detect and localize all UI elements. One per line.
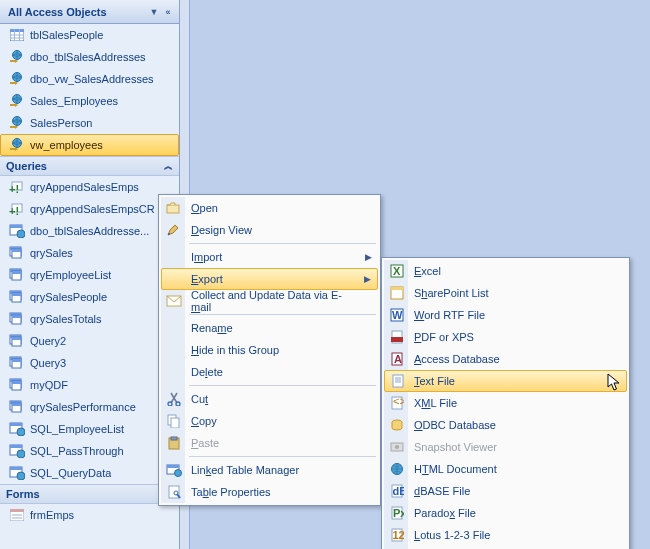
linked-view bbox=[8, 71, 26, 87]
linked-view bbox=[8, 49, 26, 65]
tables-list: tblSalesPeopledbo_tblSalesAddressesdbo_v… bbox=[0, 24, 179, 156]
excel-icon: X bbox=[388, 262, 406, 280]
lotus-icon: 123 bbox=[388, 526, 406, 544]
svg-rect-21 bbox=[12, 249, 21, 252]
nav-object-item[interactable]: frmEmps bbox=[0, 504, 179, 526]
menu-item[interactable]: Design View bbox=[161, 219, 378, 241]
svg-rect-62 bbox=[12, 517, 22, 519]
menu-item-label: XML File bbox=[414, 397, 457, 409]
nav-object-item[interactable]: myQDF bbox=[0, 374, 179, 396]
nav-object-item[interactable]: SQL_PassThrough bbox=[0, 440, 179, 462]
nav-object-item[interactable]: +!qryAppendSalesEmps bbox=[0, 176, 179, 198]
menu-item[interactable]: WWord RTF File bbox=[384, 304, 627, 326]
forms-list: frmEmps bbox=[0, 504, 179, 526]
collapse-section-icon[interactable]: ︽ bbox=[164, 160, 173, 173]
menu-item-label: Paradox File bbox=[414, 507, 476, 519]
menu-item[interactable]: Text File bbox=[384, 370, 627, 392]
menu-item[interactable]: Cut bbox=[161, 388, 378, 410]
menu-item[interactable]: <>XML File bbox=[384, 392, 627, 414]
menu-item[interactable]: dBdBASE File bbox=[384, 480, 627, 502]
menu-item[interactable]: Export▶ bbox=[161, 268, 378, 290]
object-label: tblSalesPeople bbox=[30, 29, 103, 41]
section-header-forms[interactable]: Forms ︽ bbox=[0, 484, 179, 504]
linked-mgr-icon bbox=[165, 461, 183, 479]
object-label: Query2 bbox=[30, 335, 66, 347]
menu-item[interactable]: Delete bbox=[161, 361, 378, 383]
menu-item[interactable]: Hide in this Group bbox=[161, 339, 378, 361]
menu-item[interactable]: PDF or XPS bbox=[384, 326, 627, 348]
menu-item-label: dBASE File bbox=[414, 485, 470, 497]
menu-item[interactable]: Import▶ bbox=[161, 246, 378, 268]
nav-object-item[interactable]: dbo_tblSalesAddresse... bbox=[0, 220, 179, 242]
pt-query bbox=[8, 223, 26, 239]
object-label: dbo_tblSalesAddresse... bbox=[30, 225, 149, 237]
menu-item[interactable]: PxParadox File bbox=[384, 502, 627, 524]
menu-item[interactable]: XExcel bbox=[384, 260, 627, 282]
menu-item-label: Cut bbox=[191, 393, 208, 405]
nav-object-item[interactable]: qryEmployeeList bbox=[0, 264, 179, 286]
nav-object-item[interactable]: SQL_EmployeeList bbox=[0, 418, 179, 440]
nav-object-item[interactable]: Query2 bbox=[0, 330, 179, 352]
svg-text:A: A bbox=[394, 353, 402, 365]
select-query bbox=[8, 333, 26, 349]
object-label: SQL_PassThrough bbox=[30, 445, 124, 457]
object-label: qrySalesTotals bbox=[30, 313, 102, 325]
cut-icon bbox=[165, 390, 183, 408]
nav-object-item[interactable]: Query3 bbox=[0, 352, 179, 374]
menu-item[interactable]: HTML Document bbox=[384, 458, 627, 480]
svg-rect-25 bbox=[12, 271, 21, 274]
menu-separator bbox=[189, 243, 376, 244]
nav-header[interactable]: All Access Objects ▼ « bbox=[0, 0, 179, 24]
nav-object-item[interactable]: qrySalesPeople bbox=[0, 286, 179, 308]
nav-object-item[interactable]: vw_employees bbox=[0, 134, 179, 156]
menu-item[interactable]: Collect and Update Data via E-mail bbox=[161, 290, 378, 312]
dropdown-icon[interactable]: ▼ bbox=[147, 7, 161, 17]
section-header-queries[interactable]: Queries ︽ bbox=[0, 156, 179, 176]
menu-item[interactable]: Rename bbox=[161, 317, 378, 339]
xml-icon: <> bbox=[388, 394, 406, 412]
object-label: qrySalesPerformance bbox=[30, 401, 136, 413]
nav-object-item[interactable]: dbo_vw_SalesAddresses bbox=[0, 68, 179, 90]
menu-item-label: Word RTF File bbox=[414, 309, 485, 321]
menu-item[interactable]: Linked Table Manager bbox=[161, 459, 378, 481]
queries-list: +!qryAppendSalesEmps+!qryAppendSalesEmps… bbox=[0, 176, 179, 484]
select-query bbox=[8, 245, 26, 261]
nav-object-item[interactable]: tblSalesPeople bbox=[0, 24, 179, 46]
svg-point-66 bbox=[168, 402, 172, 406]
nav-object-item[interactable]: +!qryAppendSalesEmpsCR bbox=[0, 198, 179, 220]
object-label: qryAppendSalesEmps bbox=[30, 181, 139, 193]
svg-point-55 bbox=[17, 450, 25, 458]
nav-object-item[interactable]: qrySalesTotals bbox=[0, 308, 179, 330]
collapse-icon[interactable]: « bbox=[161, 7, 175, 17]
nav-object-item[interactable]: qrySalesPerformance bbox=[0, 396, 179, 418]
mail-icon bbox=[165, 292, 183, 310]
linked-view bbox=[8, 93, 26, 109]
nav-object-item[interactable]: qrySales bbox=[0, 242, 179, 264]
menu-item[interactable]: SharePoint List bbox=[384, 282, 627, 304]
svg-rect-84 bbox=[391, 337, 403, 342]
menu-item-label: Open bbox=[191, 202, 218, 214]
navigation-pane: All Access Objects ▼ « tblSalesPeopledbo… bbox=[0, 0, 180, 549]
svg-rect-37 bbox=[12, 337, 21, 340]
nav-object-item[interactable]: SQL_QueryData bbox=[0, 462, 179, 484]
menu-item[interactable]: AAccess Database bbox=[384, 348, 627, 370]
svg-point-58 bbox=[17, 472, 25, 480]
menu-item[interactable]: Copy bbox=[161, 410, 378, 432]
menu-item-label: Rename bbox=[191, 322, 233, 334]
nav-object-item[interactable]: dbo_tblSalesAddresses bbox=[0, 46, 179, 68]
props-icon bbox=[165, 483, 183, 501]
menu-item[interactable]: Open bbox=[161, 197, 378, 219]
menu-item-label: ODBC Database bbox=[414, 419, 496, 431]
object-label: vw_employees bbox=[30, 139, 103, 151]
menu-item[interactable]: ODBC Database bbox=[384, 414, 627, 436]
svg-rect-64 bbox=[168, 233, 170, 235]
select-query bbox=[8, 399, 26, 415]
menu-item-label: Copy bbox=[191, 415, 217, 427]
nav-object-item[interactable]: Sales_Employees bbox=[0, 90, 179, 112]
menu-item[interactable]: 123Lotus 1-2-3 File bbox=[384, 524, 627, 546]
linked-view bbox=[8, 137, 26, 153]
menu-item[interactable]: Table Properties bbox=[161, 481, 378, 503]
nav-object-item[interactable]: SalesPerson bbox=[0, 112, 179, 134]
select-query bbox=[8, 311, 26, 327]
svg-text:X: X bbox=[393, 265, 401, 277]
